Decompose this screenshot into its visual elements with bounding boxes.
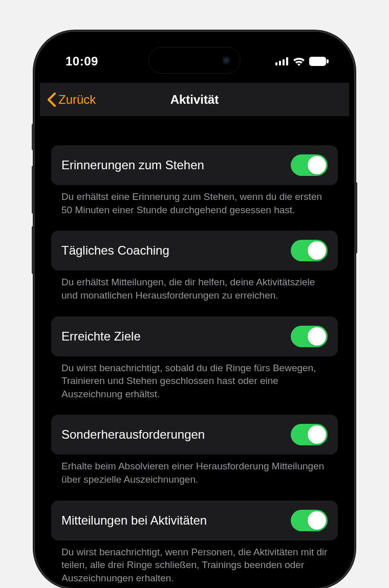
toggle-special-challenges[interactable] (291, 424, 328, 445)
toggle-knob (308, 241, 326, 260)
phone-frame: 10:09 Zurück Aktivität (35, 32, 354, 588)
setting-desc: Erhalte beim Absolvieren einer Herausfor… (51, 455, 338, 486)
setting-label: Sonderherausforderungen (61, 427, 205, 442)
svg-rect-3 (286, 57, 288, 65)
svg-rect-1 (279, 61, 281, 65)
volume-up-button (32, 166, 35, 214)
volume-down-button (32, 226, 35, 274)
setting-group-activity-sharing: Mitteilungen bei Aktivitäten Du wirst be… (51, 501, 338, 583)
setting-label: Tägliches Coaching (61, 243, 169, 258)
setting-group-coaching: Tägliches Coaching Du erhältst Mitteilun… (51, 231, 338, 302)
screen: 10:09 Zurück Aktivität (40, 37, 349, 583)
battery-icon (309, 57, 329, 66)
toggle-knob (308, 327, 326, 346)
setting-label: Erinnerungen zum Stehen (61, 158, 204, 172)
back-button[interactable]: Zurück (47, 93, 96, 107)
cellular-signal-icon (275, 57, 289, 65)
setting-group-stand: Erinnerungen zum Stehen Du erhältst eine… (51, 145, 338, 216)
svg-rect-4 (309, 57, 326, 66)
back-label: Zurück (58, 93, 96, 107)
toggle-activity-sharing[interactable] (291, 510, 328, 531)
front-camera (222, 56, 231, 65)
dynamic-island (148, 47, 241, 74)
setting-row-activity-sharing[interactable]: Mitteilungen bei Aktivitäten (51, 501, 338, 540)
setting-label: Erreichte Ziele (61, 329, 141, 344)
page-title: Aktivität (170, 93, 219, 107)
setting-row-stand-reminders[interactable]: Erinnerungen zum Stehen (51, 145, 338, 185)
setting-desc: Du erhältst eine Erinnerung zum Stehen, … (51, 185, 338, 216)
svg-rect-0 (275, 62, 277, 65)
setting-group-goals: Erreichte Ziele Du wirst benachrichtigt,… (51, 316, 338, 401)
setting-row-special-challenges[interactable]: Sonderherausforderungen (51, 415, 338, 455)
svg-rect-5 (327, 59, 329, 63)
setting-desc: Du erhältst Mitteilungen, die dir helfen… (51, 270, 338, 302)
setting-desc: Du wirst benachrichtigt, wenn Personen, … (51, 540, 338, 583)
toggle-knob (308, 425, 326, 444)
wifi-icon (293, 57, 305, 66)
setting-row-daily-coaching[interactable]: Tägliches Coaching (51, 231, 338, 270)
settings-list: Erinnerungen zum Stehen Du erhältst eine… (40, 117, 349, 583)
toggle-goal-completions[interactable] (291, 326, 328, 347)
toggle-daily-coaching[interactable] (291, 240, 328, 261)
nav-bar: Zurück Aktivität (40, 83, 349, 117)
setting-group-special: Sonderherausforderungen Erhalte beim Abs… (51, 415, 338, 486)
setting-desc: Du wirst benachrichtigt, sobald du die R… (51, 356, 338, 401)
toggle-stand-reminders[interactable] (291, 154, 328, 176)
svg-rect-2 (283, 59, 285, 65)
power-button (354, 182, 357, 254)
status-icons (275, 57, 329, 66)
chevron-left-icon (47, 93, 56, 107)
silent-switch (32, 124, 35, 150)
status-time: 10:09 (66, 54, 98, 69)
setting-row-goal-completions[interactable]: Erreichte Ziele (51, 316, 338, 356)
toggle-knob (308, 511, 326, 530)
setting-label: Mitteilungen bei Aktivitäten (61, 513, 207, 528)
toggle-knob (308, 156, 326, 174)
